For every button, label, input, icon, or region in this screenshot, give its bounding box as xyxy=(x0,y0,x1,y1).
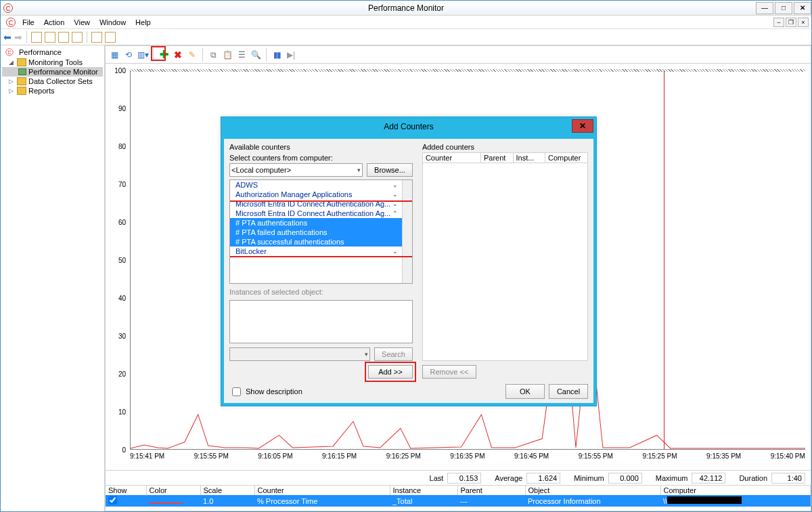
counter-category[interactable]: Authorization Manager Applications⌄ xyxy=(230,190,402,199)
redacted-computer xyxy=(667,496,742,504)
perfmon-icon xyxy=(5,48,13,56)
chevron-up-icon: ⌃ xyxy=(392,210,398,217)
mdi-close-icon[interactable]: × xyxy=(798,18,809,27)
added-counters-header: Counter Parent Inst... Computer xyxy=(422,152,588,163)
dialog-titlebar: Add Counters ✕ xyxy=(221,117,596,136)
stat-last-label: Last xyxy=(430,474,444,482)
toolbar-icon[interactable] xyxy=(31,32,42,43)
ok-button[interactable]: OK xyxy=(505,384,545,399)
add-button[interactable]: Add >> xyxy=(368,365,413,379)
stat-avg-value: 1.624 xyxy=(526,473,560,484)
tree-reports[interactable]: ▷Reports xyxy=(2,86,103,95)
menu-file[interactable]: File xyxy=(18,17,39,28)
copy-icon[interactable]: ⧉ xyxy=(207,49,219,61)
available-counters-label: Available counters xyxy=(229,143,413,151)
collapse-icon[interactable]: ◢ xyxy=(9,59,15,66)
counter-category[interactable]: BitLocker⌄ xyxy=(230,247,402,256)
minimize-button[interactable]: — xyxy=(756,2,773,14)
window-title: Performance Monitor xyxy=(368,3,444,13)
counter-category[interactable]: Microsoft Entra ID Connect Authenticatio… xyxy=(230,199,402,209)
back-button[interactable]: ⬅ xyxy=(3,32,12,43)
view-log-icon[interactable]: ⟲ xyxy=(122,49,135,61)
view-current-icon[interactable]: ▦ xyxy=(108,49,120,61)
chevron-down-icon: ⌄ xyxy=(392,200,398,207)
tree-monitoring-tools[interactable]: ◢Monitoring Tools xyxy=(2,58,103,67)
stat-dur-value: 1:40 xyxy=(771,473,805,484)
dialog-close-button[interactable]: ✕ xyxy=(572,119,593,133)
folder-icon xyxy=(17,87,26,95)
chevron-down-icon: ⌄ xyxy=(392,182,398,188)
add-counter-button[interactable]: ✚ xyxy=(158,49,170,61)
toolbar-icon[interactable] xyxy=(58,32,69,43)
paste-icon[interactable]: 📋 xyxy=(221,49,233,61)
close-button[interactable]: ✕ xyxy=(794,2,811,14)
expand-icon[interactable]: ▷ xyxy=(9,87,15,94)
scrollbar[interactable] xyxy=(402,180,412,283)
counter-item-selected[interactable]: # PTA failed authentications xyxy=(230,228,402,237)
toolbar-icon[interactable] xyxy=(72,32,83,43)
nav-tree: Performance ◢Monitoring Tools Performanc… xyxy=(1,45,105,511)
perfmon-icon xyxy=(3,3,13,13)
counters-listbox[interactable]: ADWS⌄ Authorization Manager Applications… xyxy=(229,179,413,284)
perfmon-icon xyxy=(6,18,16,27)
highlight-button[interactable]: ✎ xyxy=(186,49,198,61)
menu-help[interactable]: Help xyxy=(131,17,155,28)
computer-combobox[interactable]: <Local computer>▾ xyxy=(229,163,363,177)
added-counters-label: Added counters xyxy=(422,143,588,151)
tree-performance[interactable]: Performance xyxy=(2,47,103,58)
legend: Show Color Scale Counter Instance Parent… xyxy=(106,485,811,511)
update-button[interactable]: ▶| xyxy=(285,49,297,61)
select-computer-label: Select counters from computer: xyxy=(229,154,413,162)
chart-toolbar: ▦ ⟲ ▥▾ ✚ ✖ ✎ ⧉ 📋 ☰ 🔍 ▮▮ ▶| xyxy=(106,46,811,64)
menubar: File Action View Window Help – ❐ × xyxy=(1,16,811,29)
browse-button[interactable]: Browse... xyxy=(367,163,413,177)
add-counters-dialog: Add Counters ✕ Available counters Select… xyxy=(221,116,597,406)
counter-category-expanded[interactable]: Microsoft Entra ID Connect Authenticatio… xyxy=(230,209,402,218)
show-description-checkbox[interactable]: Show description xyxy=(229,385,302,398)
tree-data-collector-sets[interactable]: ▷Data Collector Sets xyxy=(2,77,103,86)
show-description-input[interactable] xyxy=(232,387,241,396)
toolbar-icon[interactable] xyxy=(91,32,102,43)
chevron-down-icon: ▾ xyxy=(357,167,361,173)
menu-window[interactable]: Window xyxy=(95,17,130,28)
freeze-button[interactable]: ▮▮ xyxy=(271,49,283,61)
chart-type-dropdown[interactable]: ▥▾ xyxy=(137,49,149,61)
expand-icon[interactable]: ▷ xyxy=(9,78,15,85)
stat-max-label: Maximum xyxy=(656,474,688,482)
toolbar-icon[interactable] xyxy=(45,32,55,43)
folder-icon xyxy=(17,77,26,85)
toolbar-icon[interactable] xyxy=(105,32,116,43)
stat-avg-label: Average xyxy=(495,474,522,482)
folder-icon xyxy=(17,58,26,66)
cancel-button[interactable]: Cancel xyxy=(549,384,588,399)
stat-last-value: 0.153 xyxy=(447,473,481,484)
legend-show-checkbox[interactable] xyxy=(108,496,117,505)
properties-icon[interactable]: ☰ xyxy=(235,49,248,61)
stat-dur-label: Duration xyxy=(739,474,767,482)
maximize-button[interactable]: □ xyxy=(775,2,792,14)
tree-performance-monitor[interactable]: Performance Monitor xyxy=(2,67,103,77)
delete-counter-button[interactable]: ✖ xyxy=(172,49,184,61)
legend-header: Show Color Scale Counter Instance Parent… xyxy=(106,486,811,495)
chevron-down-icon: ⌄ xyxy=(392,248,398,255)
stat-min-label: Minimum xyxy=(574,474,604,482)
main-toolbar: ⬅ ➡ xyxy=(1,29,811,45)
menu-view[interactable]: View xyxy=(70,17,94,28)
mdi-restore-icon[interactable]: ❐ xyxy=(786,18,796,27)
stats-bar: Last 0.153 Average 1.624 Minimum 0.000 M… xyxy=(106,470,811,485)
stat-max-value: 42.112 xyxy=(692,473,725,484)
zoom-icon[interactable]: 🔍 xyxy=(250,49,262,61)
search-button: Search xyxy=(374,347,413,361)
counter-item-selected[interactable]: # PTA authentications xyxy=(230,218,402,228)
counter-category[interactable]: ADWS⌄ xyxy=(230,180,402,190)
menu-action[interactable]: Action xyxy=(40,17,69,28)
added-counters-list[interactable] xyxy=(422,163,588,361)
instances-listbox[interactable] xyxy=(229,300,413,343)
time-cursor xyxy=(664,70,664,449)
forward-button: ➡ xyxy=(14,32,22,43)
legend-color-swatch xyxy=(149,503,183,504)
counter-item-selected[interactable]: # PTA successful authentications xyxy=(230,237,402,247)
legend-row[interactable]: 1.0 % Processor Time _Total --- Processo… xyxy=(106,495,811,507)
mdi-minimize-icon[interactable]: – xyxy=(773,18,784,27)
instances-label: Instances of selected object: xyxy=(229,288,413,296)
